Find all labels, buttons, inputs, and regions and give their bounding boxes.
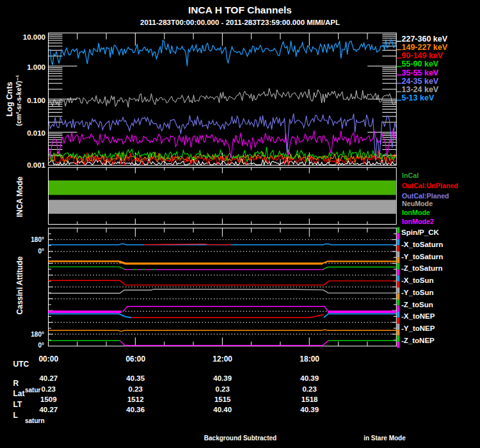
- svg-text:1512: 1512: [127, 396, 144, 403]
- svg-text:227-360 keV: 227-360 keV: [402, 35, 448, 44]
- svg-text:40.39: 40.39: [300, 374, 319, 382]
- svg-text:-Y_toSun: -Y_toSun: [401, 289, 433, 296]
- svg-text:satur: satur: [25, 387, 41, 394]
- svg-text:saturn: saturn: [25, 417, 45, 424]
- svg-text:Cassini Attitude: Cassini Attitude: [15, 256, 24, 314]
- svg-text:1509: 1509: [40, 396, 57, 403]
- svg-text:13-24 keV: 13-24 keV: [402, 85, 439, 94]
- svg-text:in Stare Mode: in Stare Mode: [364, 435, 406, 442]
- svg-text:0.23: 0.23: [129, 385, 143, 393]
- svg-text:5-13 keV: 5-13 keV: [402, 93, 435, 102]
- svg-text:-Y_toSaturn: -Y_toSaturn: [401, 253, 443, 260]
- svg-text:-X_toSaturn: -X_toSaturn: [401, 241, 443, 248]
- svg-text:18:00: 18:00: [300, 355, 319, 364]
- svg-text:UTC: UTC: [13, 360, 29, 369]
- svg-text:90-149 keV: 90-149 keV: [402, 51, 444, 60]
- svg-text:149-227 keV: 149-227 keV: [402, 43, 448, 52]
- svg-text:0.23: 0.23: [302, 385, 316, 393]
- svg-text:40.40: 40.40: [213, 406, 232, 413]
- svg-text:OutCal:UnPlaned: OutCal:UnPlaned: [402, 182, 458, 189]
- svg-text:Lat: Lat: [13, 389, 25, 398]
- svg-text:Spin/P_CK: Spin/P_CK: [401, 228, 439, 236]
- svg-text:0.100: 0.100: [27, 97, 45, 104]
- svg-text:Background Subtracted: Background Subtracted: [204, 435, 276, 442]
- svg-text:40.35: 40.35: [126, 374, 145, 382]
- svg-text:180°: 180°: [31, 331, 44, 338]
- svg-text:0.23: 0.23: [216, 385, 230, 393]
- svg-text:00:00: 00:00: [38, 355, 58, 364]
- svg-text:L: L: [13, 411, 18, 420]
- svg-text:40.39: 40.39: [300, 406, 319, 413]
- svg-text:55-90 keV: 55-90 keV: [402, 60, 439, 68]
- svg-text:1.000: 1.000: [27, 63, 45, 71]
- svg-text:1518: 1518: [301, 396, 318, 403]
- svg-text:06:00: 06:00: [125, 355, 145, 364]
- svg-text:OutCal:Planed: OutCal:Planed: [402, 192, 449, 200]
- svg-text:0°: 0°: [38, 248, 44, 255]
- svg-text:R: R: [13, 379, 19, 388]
- svg-text:IonMode2: IonMode2: [402, 218, 434, 225]
- svg-text:-X_toNEP: -X_toNEP: [401, 312, 435, 320]
- svg-text:-Y_toNEP: -Y_toNEP: [401, 324, 435, 332]
- svg-text:180°: 180°: [31, 236, 44, 243]
- svg-text:10.000: 10.000: [23, 33, 45, 41]
- svg-text:NeuMode: NeuMode: [402, 200, 433, 207]
- svg-text:2011-283T00:00:00.000 - 2011-2: 2011-283T00:00:00.000 - 2011-283T23:59:0…: [140, 19, 340, 26]
- svg-text:0.010: 0.010: [27, 129, 45, 137]
- svg-text:INCA H TOF Channels: INCA H TOF Channels: [188, 4, 292, 15]
- svg-text:40.27: 40.27: [39, 374, 58, 382]
- svg-text:12:00: 12:00: [212, 355, 232, 364]
- svg-text:40.27: 40.27: [39, 406, 58, 413]
- svg-text:24-35 keV: 24-35 keV: [402, 77, 439, 86]
- svg-text:Log Cnts: Log Cnts: [5, 82, 14, 116]
- svg-text:0.001: 0.001: [27, 161, 45, 169]
- svg-text:1515: 1515: [214, 396, 231, 403]
- svg-text:INCA Mode: INCA Mode: [15, 176, 24, 217]
- svg-text:LT: LT: [13, 400, 22, 409]
- svg-text:35-55 keV: 35-55 keV: [402, 68, 439, 77]
- svg-text:40.36: 40.36: [126, 406, 145, 413]
- svg-text:-X_toSun: -X_toSun: [401, 276, 433, 284]
- svg-text:-Z_toSaturn: -Z_toSaturn: [401, 264, 443, 272]
- svg-text:-Z_toNEP: -Z_toNEP: [401, 337, 435, 344]
- svg-text:0°: 0°: [38, 342, 44, 349]
- svg-text:0.23: 0.23: [42, 385, 56, 393]
- svg-text:IonMode: IonMode: [402, 209, 430, 216]
- svg-text:40.39: 40.39: [213, 374, 232, 382]
- svg-text:(cm²-sr-s-keV)⁻¹: (cm²-sr-s-keV)⁻¹: [15, 75, 22, 126]
- svg-text:InCal: InCal: [402, 172, 419, 179]
- svg-text:-Z_toSun: -Z_toSun: [401, 301, 433, 308]
